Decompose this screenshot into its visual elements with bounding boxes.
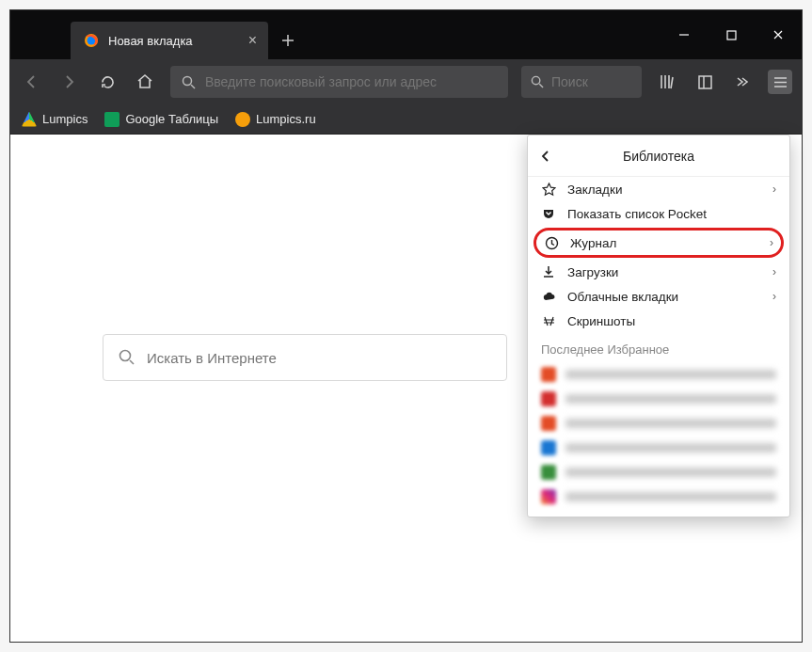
content-area: Библиотека Закладки › Показать список Po… bbox=[10, 135, 802, 642]
svg-rect-8 bbox=[699, 76, 711, 88]
history-icon bbox=[544, 236, 559, 250]
svg-point-6 bbox=[532, 76, 539, 84]
svg-point-4 bbox=[183, 76, 192, 85]
maximize-button[interactable] bbox=[708, 10, 755, 59]
recent-item-text bbox=[565, 394, 776, 404]
screenshot-icon bbox=[541, 314, 556, 328]
recent-item-text bbox=[565, 443, 776, 453]
browser-window: Новая вкладка × Lumpi bbox=[9, 9, 803, 643]
bookmark-label: Lumpics.ru bbox=[256, 112, 316, 126]
menu-item-screenshots[interactable]: Скриншоты bbox=[528, 309, 789, 333]
home-button[interactable] bbox=[133, 70, 157, 94]
favicon bbox=[541, 465, 556, 480]
tab-close-icon[interactable]: × bbox=[248, 32, 257, 49]
favicon bbox=[541, 391, 556, 406]
back-button[interactable] bbox=[20, 70, 44, 94]
chevron-right-icon: › bbox=[772, 265, 776, 278]
favicon bbox=[541, 489, 556, 504]
search-icon bbox=[119, 349, 135, 366]
menu-item-pocket[interactable]: Показать список Pocket bbox=[528, 201, 789, 226]
menu-item-label: Журнал bbox=[570, 236, 758, 250]
menu-back-button[interactable] bbox=[539, 150, 562, 163]
library-menu-panel: Библиотека Закладки › Показать список Po… bbox=[527, 135, 790, 517]
bookmark-item[interactable]: Google Таблицы bbox=[104, 112, 218, 127]
menu-item-label: Скриншоты bbox=[567, 314, 776, 328]
chevron-right-icon: › bbox=[772, 183, 776, 196]
svg-line-5 bbox=[191, 85, 195, 88]
menu-item-synced-tabs[interactable]: Облачные вкладки › bbox=[528, 284, 789, 309]
search-input[interactable] bbox=[551, 74, 632, 89]
menu-item-downloads[interactable]: Загрузки › bbox=[528, 260, 789, 284]
svg-rect-3 bbox=[727, 31, 736, 40]
window-controls bbox=[661, 10, 802, 59]
titlebar: Новая вкладка × bbox=[10, 10, 802, 59]
menu-item-label: Закладки bbox=[567, 183, 761, 197]
favicon bbox=[541, 440, 556, 455]
chevron-right-icon: › bbox=[772, 290, 776, 303]
new-tab-button[interactable] bbox=[268, 22, 308, 59]
favicon bbox=[541, 416, 556, 431]
library-button[interactable] bbox=[655, 70, 679, 94]
tab-title: Новая вкладка bbox=[108, 34, 239, 48]
cloud-icon bbox=[541, 290, 556, 304]
overflow-button[interactable] bbox=[730, 70, 755, 94]
chevron-right-icon: › bbox=[770, 236, 773, 249]
recent-list bbox=[528, 362, 789, 509]
toolbar bbox=[10, 59, 802, 104]
reload-button[interactable] bbox=[95, 70, 119, 94]
recent-item[interactable] bbox=[528, 362, 789, 387]
menu-item-label: Облачные вкладки bbox=[567, 290, 761, 304]
pocket-icon bbox=[541, 207, 556, 220]
url-input[interactable] bbox=[205, 74, 497, 89]
sheets-icon bbox=[104, 112, 119, 127]
search-box[interactable] bbox=[521, 66, 642, 98]
firefox-icon bbox=[84, 33, 99, 48]
bookmark-item[interactable]: Lumpics bbox=[22, 112, 88, 127]
browser-tab[interactable]: Новая вкладка × bbox=[71, 22, 268, 59]
menu-item-label: Загрузки bbox=[567, 265, 761, 279]
bookmark-label: Lumpics bbox=[42, 112, 88, 126]
recent-item[interactable] bbox=[528, 436, 789, 460]
close-window-button[interactable] bbox=[755, 10, 802, 59]
home-search-input[interactable] bbox=[147, 350, 491, 366]
bookmark-bar: Lumpics Google Таблицы Lumpics.ru bbox=[10, 104, 802, 135]
recent-item[interactable] bbox=[528, 485, 789, 509]
favicon bbox=[541, 367, 556, 382]
menu-item-label: Показать список Pocket bbox=[567, 207, 776, 221]
recent-item[interactable] bbox=[528, 387, 789, 411]
search-icon bbox=[182, 75, 196, 89]
site-icon bbox=[235, 112, 250, 127]
search-icon bbox=[531, 75, 544, 88]
star-icon bbox=[541, 183, 556, 197]
recent-item-text bbox=[565, 419, 776, 428]
svg-point-10 bbox=[120, 351, 131, 361]
recent-item-text bbox=[565, 370, 776, 379]
home-search-box[interactable] bbox=[103, 334, 507, 381]
url-bar[interactable] bbox=[170, 66, 508, 98]
recent-item[interactable] bbox=[528, 460, 789, 485]
recent-section-title: Последнее Избранное bbox=[528, 333, 789, 362]
menu-title: Библиотека bbox=[562, 149, 778, 164]
menu-item-history[interactable]: Журнал › bbox=[533, 228, 784, 258]
download-icon bbox=[541, 265, 556, 278]
app-menu-button[interactable] bbox=[768, 70, 792, 94]
recent-item-text bbox=[565, 492, 776, 501]
bookmark-item[interactable]: Lumpics.ru bbox=[235, 112, 316, 127]
menu-item-bookmarks[interactable]: Закладки › bbox=[528, 177, 789, 201]
minimize-button[interactable] bbox=[661, 10, 708, 59]
svg-line-7 bbox=[539, 84, 543, 87]
sidebar-button[interactable] bbox=[693, 70, 717, 94]
recent-item-text bbox=[565, 468, 776, 477]
bookmark-label: Google Таблицы bbox=[125, 112, 218, 126]
drive-icon bbox=[22, 112, 37, 127]
recent-item[interactable] bbox=[528, 411, 789, 436]
forward-button[interactable] bbox=[57, 70, 82, 94]
menu-header: Библиотека bbox=[528, 135, 789, 177]
svg-line-11 bbox=[130, 360, 134, 364]
